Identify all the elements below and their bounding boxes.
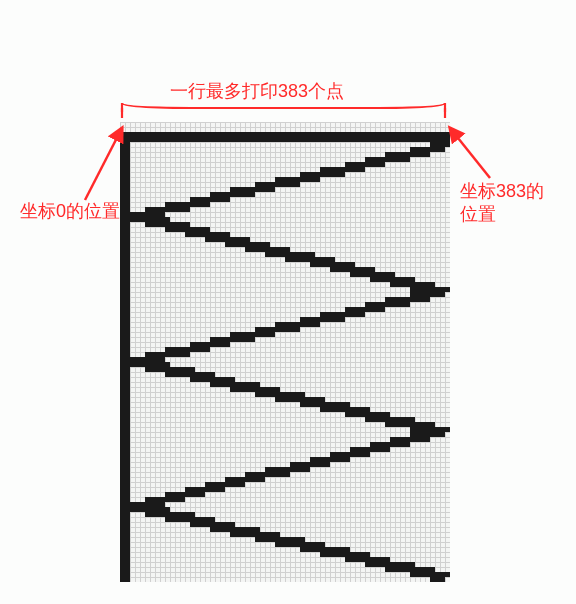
right-annotation: 坐标383的 位置 (460, 180, 544, 227)
right-arrow (450, 128, 490, 178)
top-annotation: 一行最多打印383个点 (170, 80, 344, 103)
left-annotation: 坐标0的位置 (20, 200, 120, 223)
diagram-stage: 一行最多打印383个点 坐标0的位置 坐标383的 位置 (0, 0, 576, 604)
grid-canvas (120, 122, 450, 582)
dot-matrix-grid (120, 122, 450, 582)
top-span-bracket (122, 103, 445, 112)
left-arrow (85, 128, 122, 200)
